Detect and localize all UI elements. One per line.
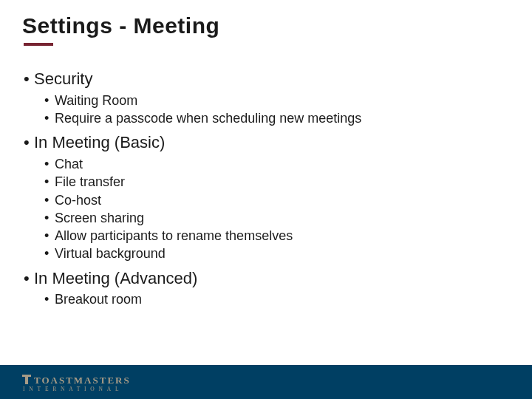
item-text: Require a passcode when scheduling new m… [55, 111, 361, 126]
list-item: •Waiting Room [44, 92, 510, 109]
item-text: Co-host [55, 193, 101, 208]
brand-logo: TOASTMASTERS INTERNATIONAL [22, 374, 131, 392]
list-item: •File transfer [44, 173, 510, 191]
item-text: Allow participants to rename themselves [55, 228, 293, 243]
list-item: •Require a passcode when scheduling new … [44, 109, 510, 127]
item-text: Chat [55, 157, 83, 171]
item-text: File transfer [55, 174, 125, 189]
section-heading: •In Meeting (Basic) [24, 132, 510, 154]
list-item: •Screen sharing [44, 209, 510, 227]
list-item: •Co-host [44, 191, 510, 209]
list-item: •Breakout room [44, 290, 510, 308]
list-item: •Allow participants to rename themselves [44, 227, 510, 245]
brand-bottom: INTERNATIONAL [23, 386, 131, 392]
item-text: Breakout room [55, 292, 142, 307]
item-text: Waiting Room [55, 93, 137, 108]
list-item: •Virtual background [44, 245, 510, 262]
section-label: In Meeting (Advanced) [34, 269, 197, 287]
section-heading: •Security [24, 68, 510, 90]
item-text: Virtual background [55, 246, 166, 261]
slide: Settings - Meeting •Security •Waiting Ro… [0, 0, 532, 399]
item-text: Screen sharing [55, 211, 144, 225]
content-area: •Security •Waiting Room •Require a passc… [22, 68, 510, 309]
footer-bar: TOASTMASTERS INTERNATIONAL [0, 365, 532, 399]
page-title: Settings - Meeting [22, 13, 510, 38]
section-label: In Meeting (Basic) [34, 133, 165, 151]
title-underline [24, 43, 53, 46]
section-label: Security [34, 69, 92, 88]
list-item: •Chat [44, 155, 510, 173]
section-heading: •In Meeting (Advanced) [24, 267, 510, 290]
t-icon [22, 375, 31, 384]
brand-top: TOASTMASTERS [22, 374, 131, 385]
